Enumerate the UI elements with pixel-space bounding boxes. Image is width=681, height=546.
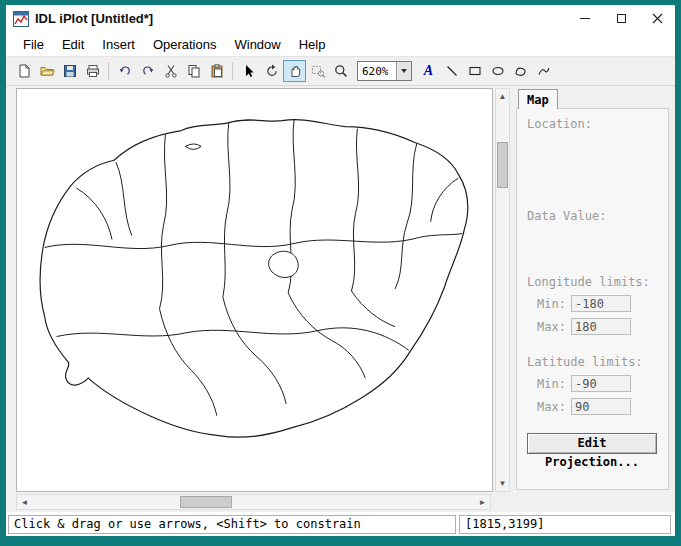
- redo-button[interactable]: [136, 60, 159, 82]
- app-icon: [13, 11, 29, 27]
- vertical-scroll-track[interactable]: [496, 104, 509, 476]
- line-tool-button[interactable]: [440, 60, 463, 82]
- longitude-limits-label: Longitude limits:: [527, 275, 660, 289]
- latitude-min-label: Min:: [537, 377, 571, 391]
- undo-button[interactable]: [113, 60, 136, 82]
- polygon-tool-icon: [513, 63, 529, 79]
- open-file-button[interactable]: [35, 60, 58, 82]
- map-panel-body: Location: Data Value: Longitude limits: …: [516, 108, 669, 490]
- statusbar: Click & drag or use arrows, <Shift> to c…: [6, 512, 675, 536]
- status-message: Click & drag or use arrows, <Shift> to c…: [8, 515, 456, 534]
- freehand-tool-icon: [536, 63, 552, 79]
- titlebar: IDL iPlot [Untitled*]: [6, 5, 675, 32]
- zoom-level-value: 620%: [358, 65, 396, 78]
- horizontal-scrollbar[interactable]: ◄ ►: [16, 494, 491, 510]
- paste-icon: [209, 63, 225, 79]
- copy-button[interactable]: [182, 60, 205, 82]
- location-label: Location:: [527, 117, 660, 131]
- scroll-left-icon: ◄: [21, 498, 29, 507]
- scroll-down-icon: ▼: [499, 479, 507, 488]
- latitude-min-field[interactable]: [571, 375, 631, 392]
- chevron-down-icon: [401, 69, 407, 73]
- text-tool-button[interactable]: A: [417, 60, 440, 82]
- new-document-button[interactable]: [12, 60, 35, 82]
- copy-icon: [186, 63, 202, 79]
- select-arrow-button[interactable]: [237, 60, 260, 82]
- map-properties-panel: Map Location: Data Value: Longitude limi…: [512, 86, 675, 512]
- zoom-box-button[interactable]: [306, 60, 329, 82]
- minimize-icon: [580, 18, 590, 19]
- scroll-left-button[interactable]: ◄: [17, 495, 32, 509]
- longitude-max-label: Max:: [537, 320, 571, 334]
- paste-button[interactable]: [205, 60, 228, 82]
- status-coordinates: [1815,3199]: [459, 515, 671, 534]
- toolbar-separator: [232, 62, 233, 80]
- menu-file[interactable]: File: [14, 35, 53, 54]
- redo-icon: [140, 63, 156, 79]
- polygon-tool-button[interactable]: [509, 60, 532, 82]
- select-arrow-icon: [241, 63, 257, 79]
- maximize-icon: [617, 14, 626, 23]
- pan-hand-icon: [287, 63, 303, 79]
- edit-projection-button[interactable]: Edit Projection...: [527, 433, 657, 454]
- rectangle-tool-icon: [467, 63, 483, 79]
- text-tool-icon: A: [424, 63, 433, 79]
- menubar: File Edit Insert Operations Window Help: [6, 32, 675, 57]
- print-icon: [85, 63, 101, 79]
- rectangle-tool-button[interactable]: [463, 60, 486, 82]
- horizontal-scroll-track[interactable]: [32, 495, 475, 509]
- scroll-up-button[interactable]: ▲: [496, 89, 509, 104]
- iplot-window: IDL iPlot [Untitled*] File Edit Insert O…: [0, 0, 681, 546]
- longitude-min-label: Min:: [537, 297, 571, 311]
- vertical-scrollbar[interactable]: ▲ ▼: [495, 88, 510, 492]
- undo-icon: [117, 63, 133, 79]
- scroll-down-button[interactable]: ▼: [496, 476, 509, 491]
- menu-help[interactable]: Help: [290, 35, 335, 54]
- scroll-right-button[interactable]: ►: [475, 495, 490, 509]
- scroll-up-icon: ▲: [499, 92, 507, 101]
- maximize-button[interactable]: [603, 5, 639, 32]
- latitude-limits-label: Latitude limits:: [527, 355, 660, 369]
- rotate-icon: [264, 63, 280, 79]
- close-icon: [652, 13, 663, 24]
- data-value-label: Data Value:: [527, 209, 660, 223]
- zoom-level-select[interactable]: 620%: [357, 61, 412, 81]
- tab-map[interactable]: Map: [518, 89, 558, 109]
- print-button[interactable]: [81, 60, 104, 82]
- toolbar-separator: [108, 62, 109, 80]
- cut-button[interactable]: [159, 60, 182, 82]
- menu-window[interactable]: Window: [225, 35, 289, 54]
- magnifier-icon: [333, 63, 349, 79]
- zoom-box-icon: [310, 63, 326, 79]
- oval-tool-button[interactable]: [486, 60, 509, 82]
- open-folder-icon: [39, 63, 55, 79]
- longitude-min-field[interactable]: [571, 295, 631, 312]
- vertical-scroll-thumb[interactable]: [497, 142, 508, 188]
- latitude-max-field[interactable]: [571, 398, 631, 415]
- main-area: ▲ ▼ ◄ ► Map Loc: [6, 86, 675, 512]
- close-button[interactable]: [639, 5, 675, 32]
- latitude-max-label: Max:: [537, 400, 571, 414]
- menu-edit[interactable]: Edit: [53, 35, 93, 54]
- scroll-right-icon: ►: [479, 498, 487, 507]
- cut-icon: [163, 63, 179, 79]
- menu-operations[interactable]: Operations: [144, 35, 226, 54]
- toolbar: 620% A: [6, 57, 675, 86]
- save-icon: [62, 63, 78, 79]
- horizontal-scroll-thumb[interactable]: [180, 496, 232, 508]
- magnifier-button[interactable]: [329, 60, 352, 82]
- zoom-dropdown-button[interactable]: [396, 62, 411, 80]
- longitude-max-field[interactable]: [571, 318, 631, 335]
- menu-insert[interactable]: Insert: [93, 35, 144, 54]
- map-graphic: [17, 89, 492, 491]
- pan-hand-button[interactable]: [283, 60, 306, 82]
- minimize-button[interactable]: [567, 5, 603, 32]
- canvas-wrap: ▲ ▼ ◄ ►: [6, 86, 512, 512]
- oval-tool-icon: [490, 63, 506, 79]
- plot-canvas[interactable]: [16, 88, 493, 492]
- save-button[interactable]: [58, 60, 81, 82]
- freehand-tool-button[interactable]: [532, 60, 555, 82]
- rotate-button[interactable]: [260, 60, 283, 82]
- new-document-icon: [16, 63, 32, 79]
- window-title: IDL iPlot [Untitled*]: [35, 11, 567, 26]
